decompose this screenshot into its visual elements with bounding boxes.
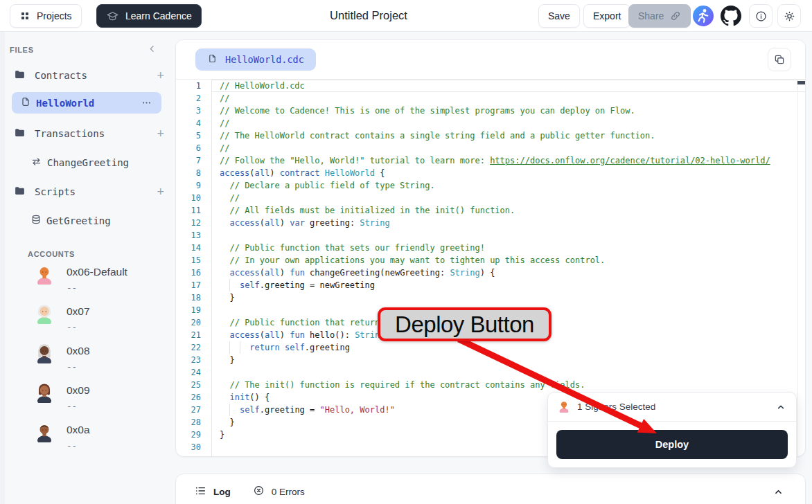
projects-label: Projects (37, 10, 72, 21)
graduation-cap-icon (106, 10, 119, 23)
tab-helloworld-cdc[interactable]: HelloWorld.cdc (195, 48, 316, 71)
avatar (35, 343, 54, 376)
flow-playground-window: Projects Learn Cadence Untitled Project … (0, 0, 812, 504)
export-label: Export (593, 10, 621, 21)
line-number: 29 (176, 429, 211, 441)
github-icon[interactable] (721, 6, 741, 26)
signer-avatar-icon (558, 399, 570, 415)
share-button[interactable]: Share (628, 4, 691, 28)
line-number: 9 (176, 179, 211, 192)
folder-transactions[interactable]: Transactions + (10, 125, 166, 142)
account-balance: -- (67, 440, 90, 451)
file-label: HelloWorld (36, 98, 94, 109)
sidebar-item-helloworld[interactable]: HelloWorld (12, 92, 161, 114)
top-bar: Projects Learn Cadence Untitled Project … (0, 0, 812, 32)
avatar (35, 303, 54, 336)
project-title[interactable]: Untitled Project (330, 9, 407, 22)
account-address: 0x06-Default (67, 264, 127, 278)
log-panel: Log 0 Errors (175, 474, 806, 504)
projects-button[interactable]: Projects (10, 4, 82, 28)
line-number: 26 (176, 391, 211, 404)
collapse-left-icon[interactable] (144, 41, 160, 59)
plus-icon[interactable]: + (155, 69, 166, 82)
save-button[interactable]: Save (538, 4, 580, 28)
grid-icon (19, 10, 30, 21)
line-number: 19 (176, 304, 211, 316)
account-balance: -- (67, 322, 90, 332)
scrollbar-track[interactable] (797, 80, 798, 456)
folder-scripts[interactable]: Scripts + (10, 183, 166, 200)
link-icon (670, 10, 681, 21)
line-number: 22 (176, 341, 211, 354)
info-icon[interactable] (749, 4, 773, 28)
folder-label: Transactions (35, 128, 105, 139)
plus-icon[interactable]: + (155, 127, 166, 140)
code-line: // (212, 117, 805, 129)
line-number: 23 (176, 354, 211, 366)
account-0x09[interactable]: 0x09 -- (35, 382, 166, 415)
sun-icon[interactable] (777, 4, 801, 28)
deploy-button[interactable]: Deploy (556, 430, 788, 459)
error-circle-icon (253, 485, 265, 498)
avatar (35, 382, 54, 415)
signers-selected-label: 1 Signers Selected (577, 402, 655, 412)
folder-label: Scripts (35, 186, 76, 197)
account-0x0a[interactable]: 0x0a -- (35, 422, 166, 455)
code-line: // Welcome to Cadence! This is one of th… (212, 105, 805, 117)
ellipsis-icon[interactable] (140, 96, 153, 109)
sidebar-scroll-gutter (0, 32, 5, 504)
sidebar-item-changegreeting[interactable]: ChangeGreeting (12, 154, 161, 172)
errors-tab[interactable]: 0 Errors (253, 485, 305, 498)
line-number: 27 (176, 404, 211, 416)
copy-icon[interactable] (768, 48, 791, 71)
signers-panel-header[interactable]: 1 Signers Selected (548, 393, 796, 422)
log-chevron-up-icon[interactable] (770, 483, 787, 501)
file-label: GetGreeting (46, 215, 111, 226)
account-0x06-default[interactable]: 0x06-Default -- (35, 264, 166, 297)
sidebar-item-getgreeting[interactable]: GetGreeting (12, 212, 161, 230)
folder-contracts[interactable]: Contracts + (10, 67, 166, 84)
account-balance: -- (67, 361, 90, 372)
code-line: self.greeting = newGreeting (212, 279, 805, 291)
code-line: // (212, 192, 805, 204)
avatar (35, 264, 54, 297)
plus-icon[interactable]: + (155, 186, 166, 198)
log-tab[interactable]: Log (194, 485, 231, 499)
code-line: access(all) contract HelloWorld { (212, 167, 805, 179)
line-number-gutter: 1234567891011121314151617181920212223242… (176, 80, 212, 456)
line-number: 20 (176, 316, 211, 329)
annotation-label: Deploy Button (378, 307, 551, 341)
line-number: 14 (176, 242, 211, 254)
contract-file-icon (20, 96, 31, 110)
share-label: Share (638, 10, 664, 21)
line-number: 28 (176, 416, 211, 429)
line-number: 16 (176, 267, 211, 279)
line-number: 17 (176, 279, 211, 291)
line-number: 12 (176, 217, 211, 229)
line-number: 24 (176, 366, 211, 379)
folder-label: Contracts (35, 70, 87, 81)
code-line: } (212, 291, 805, 304)
account-address: 0x0a (67, 422, 90, 435)
line-number: 25 (176, 379, 211, 391)
avatar (35, 422, 54, 455)
line-number: 8 (176, 167, 211, 179)
code-line (212, 229, 805, 242)
tab-label: HelloWorld.cdc (225, 54, 304, 65)
learn-cadence-button[interactable]: Learn Cadence (96, 4, 202, 28)
file-label: ChangeGreeting (47, 157, 129, 168)
line-number: 4 (176, 117, 211, 129)
scrollbar-thumb[interactable] (797, 81, 805, 84)
line-number: 10 (176, 192, 211, 204)
line-number: 21 (176, 329, 211, 341)
signers-panel: 1 Signers Selected Deploy (547, 392, 797, 468)
folder-icon (14, 69, 26, 83)
export-button[interactable]: Export (583, 4, 630, 28)
chevron-up-icon[interactable] (775, 402, 786, 413)
transfer-arrows-icon (30, 156, 42, 170)
account-0x07[interactable]: 0x07 -- (35, 303, 166, 336)
log-list-icon (194, 485, 206, 499)
accounts-section-header: ACCOUNTS (28, 250, 75, 258)
flow-community-icon[interactable] (693, 6, 714, 26)
account-0x08[interactable]: 0x08 -- (35, 343, 166, 376)
